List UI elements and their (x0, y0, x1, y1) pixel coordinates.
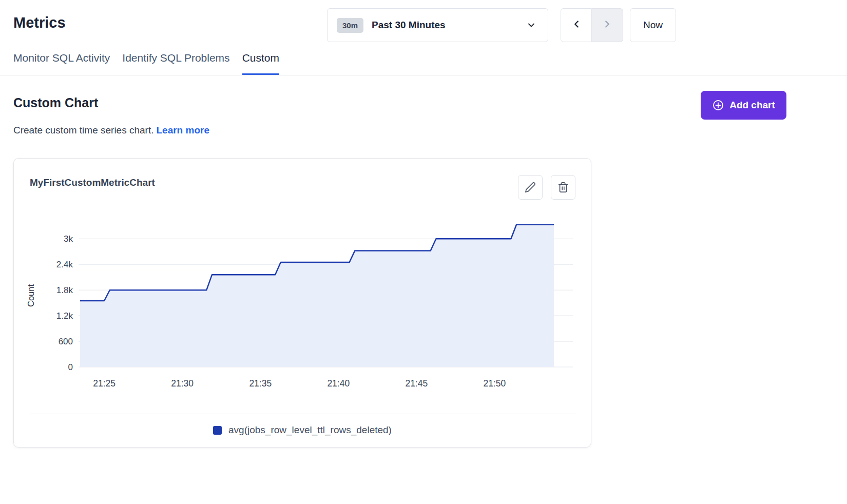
previous-interval-button[interactable] (561, 8, 592, 42)
trash-icon (557, 182, 569, 193)
svg-text:1.2k: 1.2k (56, 311, 73, 321)
next-interval-button-disabled[interactable] (592, 8, 623, 42)
time-pager (561, 8, 623, 42)
learn-more-link[interactable]: Learn more (156, 125, 209, 135)
svg-text:21:30: 21:30 (171, 378, 194, 389)
svg-text:21:45: 21:45 (406, 378, 428, 389)
add-chart-label: Add chart (729, 100, 775, 111)
svg-text:0: 0 (68, 362, 73, 372)
time-range-label: Past 30 Minutes (372, 20, 446, 31)
svg-text:21:40: 21:40 (327, 378, 350, 389)
chevron-left-icon (571, 18, 582, 32)
chart-title: MyFirstCustomMetricChart (30, 177, 155, 188)
edit-chart-button[interactable] (518, 175, 543, 200)
chevron-down-icon (526, 20, 536, 30)
now-button[interactable]: Now (630, 8, 676, 42)
chart-legend[interactable]: avg(jobs_row_level_ttl_rows_deleted) (14, 424, 591, 436)
svg-text:1.8k: 1.8k (56, 285, 73, 295)
section-title: Custom Chart (13, 95, 98, 110)
legend-label: avg(jobs_row_level_ttl_rows_deleted) (228, 424, 392, 436)
plus-circle-icon (712, 99, 724, 111)
svg-text:600: 600 (59, 337, 73, 346)
legend-swatch (213, 426, 222, 435)
tab-custom[interactable]: Custom (242, 52, 279, 75)
svg-text:3k: 3k (64, 234, 73, 244)
page-title: Metrics (13, 14, 66, 31)
svg-text:21:35: 21:35 (249, 378, 272, 389)
time-range-badge: 30m (337, 18, 363, 33)
svg-text:2.4k: 2.4k (56, 260, 73, 269)
tab-identify-sql-problems[interactable]: Identify SQL Problems (122, 52, 229, 75)
section-description: Create custom time series chart.Learn mo… (13, 125, 209, 136)
card-divider (30, 414, 576, 414)
custom-metric-chart-card: MyFirstCustomMetricChart 06001.2k1.8k2.4… (13, 158, 591, 448)
svg-text:21:25: 21:25 (93, 378, 116, 389)
svg-text:Count: Count (27, 284, 35, 307)
svg-text:21:50: 21:50 (484, 378, 506, 389)
section-description-text: Create custom time series chart. (13, 125, 153, 135)
time-range-dropdown[interactable]: 30m Past 30 Minutes (327, 8, 548, 42)
pencil-icon (525, 182, 536, 193)
add-chart-button[interactable]: Add chart (701, 91, 786, 120)
chevron-right-icon (602, 18, 613, 32)
delete-chart-button[interactable] (551, 175, 575, 200)
tabs: Monitor SQL Activity Identify SQL Proble… (0, 52, 847, 75)
metric-chart: 06001.2k1.8k2.4k3k21:2521:3021:3521:4021… (27, 214, 576, 393)
tab-monitor-sql-activity[interactable]: Monitor SQL Activity (13, 52, 110, 75)
